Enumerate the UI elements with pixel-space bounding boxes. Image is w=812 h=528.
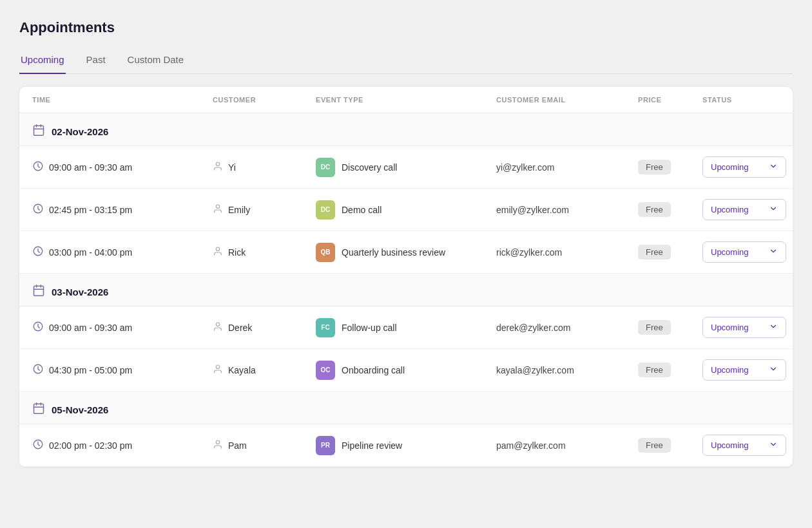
status-dropdown[interactable]: Upcoming (702, 156, 786, 178)
price-badge: Free (638, 160, 671, 174)
status-dropdown[interactable]: Upcoming (702, 359, 786, 381)
price-badge: Free (638, 245, 671, 259)
date-label-1: 03-Nov-2026 (52, 287, 108, 297)
table-row: 09:00 am - 09:30 am Derek FC Follow-up c… (19, 306, 793, 349)
svg-point-9 (216, 247, 219, 250)
event-badge: QB (316, 243, 335, 262)
svg-rect-10 (34, 286, 44, 296)
col-price: PRICE (638, 96, 702, 104)
event-cell: FC Follow-up call (316, 318, 496, 337)
status-label: Upcoming (711, 440, 749, 450)
person-icon (213, 203, 223, 216)
customer-cell: Kayala (213, 364, 316, 376)
time-value: 03:00 pm - 04:00 pm (49, 247, 132, 258)
customer-name: Derek (228, 323, 252, 333)
table-row: 09:00 am - 09:30 am Yi DC Discovery call… (19, 146, 793, 189)
svg-point-5 (216, 162, 219, 165)
time-value: 09:00 am - 09:30 am (49, 162, 132, 173)
date-label-2: 05-Nov-2026 (52, 404, 108, 415)
event-type-name: Quarterly business review (342, 247, 445, 258)
price-cell: Free (638, 363, 702, 377)
customer-cell: Derek (213, 321, 316, 334)
clock-icon (32, 203, 44, 216)
status-label: Upcoming (711, 247, 749, 257)
status-dropdown[interactable]: Upcoming (702, 199, 786, 220)
status-dropdown[interactable]: Upcoming (702, 435, 786, 456)
event-badge: DC (316, 200, 335, 220)
clock-icon (32, 363, 44, 377)
clock-icon (32, 438, 44, 452)
svg-point-15 (216, 323, 219, 326)
status-label: Upcoming (711, 205, 749, 214)
price-badge: Free (638, 202, 671, 217)
tab-custom-date[interactable]: Custom Date (126, 49, 186, 74)
status-label: Upcoming (711, 365, 749, 375)
event-badge: FC (316, 318, 335, 337)
col-status: STATUS (702, 96, 793, 104)
status-cell: Upcoming (702, 241, 793, 263)
date-row-0: 02-Nov-2026 (19, 113, 793, 146)
customer-cell: Emily (213, 203, 316, 216)
tab-upcoming[interactable]: Upcoming (19, 49, 66, 74)
time-value: 02:45 pm - 03:15 pm (49, 205, 132, 215)
svg-rect-18 (34, 404, 44, 413)
table-row: 02:00 pm - 02:30 pm Pam PR Pipeline revi… (19, 424, 793, 467)
chevron-down-icon (769, 440, 778, 451)
price-cell: Free (638, 245, 702, 259)
customer-cell: Yi (213, 161, 316, 173)
calendar-icon (32, 124, 45, 139)
event-type-name: Pipeline review (342, 440, 402, 451)
col-customer: CUSTOMER (213, 96, 316, 104)
person-icon (213, 439, 223, 451)
event-cell: OC Onboarding call (316, 361, 496, 380)
date-row-2: 05-Nov-2026 (19, 391, 793, 424)
person-icon (213, 246, 223, 258)
status-dropdown[interactable]: Upcoming (702, 317, 786, 338)
status-label: Upcoming (711, 162, 749, 172)
status-dropdown[interactable]: Upcoming (702, 241, 786, 263)
price-cell: Free (638, 438, 702, 453)
email-cell: yi@zylker.com (496, 162, 638, 173)
svg-point-7 (216, 205, 219, 208)
email-cell: emily@zylker.com (496, 205, 638, 215)
time-value: 09:00 am - 09:30 am (49, 323, 132, 333)
table-row: 02:45 pm - 03:15 pm Emily DC Demo call e… (19, 189, 793, 231)
email-cell: derek@zylker.com (496, 323, 638, 333)
event-type-name: Follow-up call (342, 323, 397, 333)
customer-cell: Pam (213, 439, 316, 451)
customer-name: Rick (228, 247, 246, 258)
time-cell: 04:30 pm - 05:00 pm (32, 363, 213, 377)
col-event-type: EVENT TYPE (316, 96, 496, 104)
chevron-down-icon (769, 247, 778, 258)
event-cell: PR Pipeline review (316, 436, 496, 455)
date-label-0: 02-Nov-2026 (52, 126, 108, 137)
status-cell: Upcoming (702, 199, 793, 220)
price-badge: Free (638, 363, 671, 377)
calendar-icon (32, 284, 45, 299)
time-cell: 09:00 am - 09:30 am (32, 160, 213, 174)
time-cell: 02:00 pm - 02:30 pm (32, 438, 213, 452)
customer-name: Pam (228, 440, 247, 451)
chevron-down-icon (769, 364, 778, 375)
svg-point-23 (216, 440, 219, 444)
customer-name: Yi (228, 162, 236, 173)
tabs-container: Upcoming Past Custom Date (19, 49, 793, 74)
person-icon (213, 321, 223, 334)
time-value: 02:00 pm - 02:30 pm (49, 440, 132, 451)
price-badge: Free (638, 320, 671, 335)
chevron-down-icon (769, 204, 778, 215)
event-cell: DC Discovery call (316, 158, 496, 177)
col-time: TIME (32, 96, 213, 104)
tab-past[interactable]: Past (85, 49, 107, 74)
status-cell: Upcoming (702, 435, 793, 456)
email-cell: pam@zylker.com (496, 440, 638, 451)
event-type-name: Onboarding call (342, 365, 405, 375)
chevron-down-icon (769, 162, 778, 173)
status-cell: Upcoming (702, 156, 793, 178)
status-cell: Upcoming (702, 317, 793, 338)
time-cell: 09:00 am - 09:30 am (32, 321, 213, 334)
price-badge: Free (638, 438, 671, 453)
person-icon (213, 364, 223, 376)
time-cell: 02:45 pm - 03:15 pm (32, 203, 213, 216)
person-icon (213, 161, 223, 173)
